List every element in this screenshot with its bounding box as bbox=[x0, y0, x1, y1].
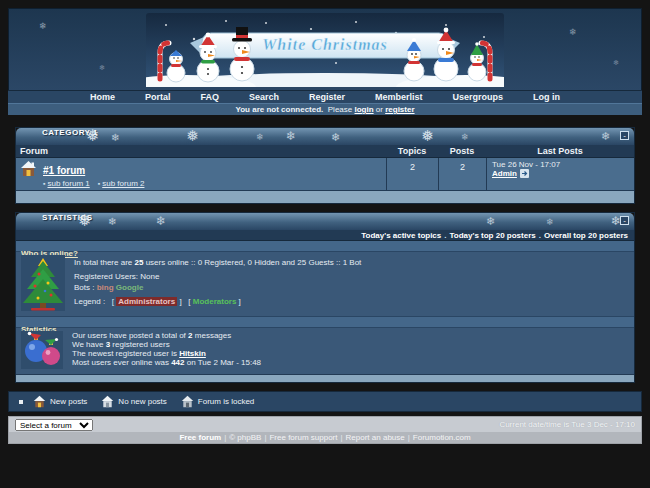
report-abuse-link[interactable]: Report an abuse bbox=[346, 433, 405, 442]
post-legend-band: New posts No new posts Forum is locked bbox=[8, 391, 642, 412]
statistics-title: Statistics bbox=[42, 214, 122, 222]
category-footer-strip bbox=[16, 190, 634, 203]
link-separator: . bbox=[539, 231, 541, 240]
footer: Select a forum Current date/time is Tue … bbox=[8, 416, 642, 444]
most-online-line: Most users ever online was 442 on Tue 2 … bbox=[72, 358, 261, 367]
page: ❄ ❄ ❄ ❄ bbox=[0, 0, 650, 488]
legend-forum-locked: Forum is locked bbox=[181, 395, 254, 408]
snowflake-icon: ❄ bbox=[286, 129, 296, 143]
statistics-header: Statistics ❅ ❄ ❄ ❄ ❄ ❄ - bbox=[16, 213, 634, 230]
category-title: Category 1 bbox=[42, 129, 102, 137]
nav-portal[interactable]: Portal bbox=[145, 92, 171, 102]
administrators-legend: Administrators bbox=[116, 297, 177, 306]
nav-login[interactable]: Log in bbox=[533, 92, 560, 102]
big-snowflake-icon: ❅ bbox=[186, 128, 199, 145]
snowflake-icon: ❄ bbox=[486, 215, 495, 228]
nav-search[interactable]: Search bbox=[249, 92, 279, 102]
statistics-box: Our users have posted a total of 2 messa… bbox=[16, 328, 634, 374]
status-text: You are not connected. bbox=[235, 105, 323, 114]
banner-title: White Christmas bbox=[262, 36, 388, 53]
phpbb-link[interactable]: © phpBB bbox=[229, 433, 261, 442]
snowflake-icon: ❄ bbox=[331, 131, 340, 144]
collapse-category-button[interactable]: - bbox=[620, 131, 629, 140]
category-panel: Category 1 ❅ ❄ ❅ ❄ ❄ ❄ ❅ ❄ ❄ - Forum Top… bbox=[15, 127, 635, 204]
todays-active-topics-link[interactable]: Today's active topics bbox=[361, 231, 441, 240]
last-post-date: Tue 26 Nov - 17:07 bbox=[492, 160, 629, 169]
statistics-top-links: Today's active topics.Today's top 20 pos… bbox=[16, 230, 634, 241]
last-post-author-link[interactable]: Admin bbox=[492, 169, 517, 178]
snowflake-icon: ❄ bbox=[569, 27, 577, 37]
online-total-line: In total there are 25 users online :: 0 … bbox=[74, 258, 361, 267]
connection-status-bar: You are not connected. Please login or r… bbox=[8, 103, 642, 115]
subforum-bullet-icon: ▪ bbox=[43, 180, 45, 187]
nav-faq[interactable]: FAQ bbox=[200, 92, 219, 102]
nav-register[interactable]: Register bbox=[309, 92, 345, 102]
christmas-tree-icon bbox=[21, 255, 65, 311]
registered-count-line: We have 3 registered users bbox=[72, 340, 261, 349]
latest-post-arrow-icon[interactable] bbox=[520, 169, 529, 178]
forum-support-link[interactable]: Free forum support bbox=[269, 433, 337, 442]
column-posts: Posts bbox=[438, 146, 486, 156]
nav-usergroups[interactable]: Usergroups bbox=[453, 92, 504, 102]
register-link[interactable]: register bbox=[385, 105, 414, 114]
bot-link[interactable]: bing bbox=[97, 283, 114, 292]
forum-row: #1 forum ▪sub forum 1 ▪sub forum 2 2 2 T… bbox=[16, 158, 634, 190]
status-or: or bbox=[376, 105, 383, 114]
christmas-banner-image: White Christmas bbox=[146, 13, 504, 87]
column-topics: Topics bbox=[386, 146, 438, 156]
column-forum: Forum bbox=[16, 144, 386, 158]
statistics-panel: Statistics ❅ ❄ ❄ ❄ ❄ ❄ - Today's active … bbox=[15, 212, 635, 383]
statistics-footer-strip bbox=[16, 374, 634, 382]
collapse-statistics-button[interactable]: - bbox=[620, 216, 629, 225]
forum-status-house-icon bbox=[20, 160, 37, 177]
forum-table-header: Forum Topics Posts Last Posts bbox=[16, 145, 634, 158]
newest-user-link[interactable]: Hitskin bbox=[179, 349, 206, 358]
login-link[interactable]: login bbox=[354, 105, 373, 114]
who-is-online-subheader: Who is online? bbox=[16, 241, 634, 252]
statistics-subheader: Statistics bbox=[16, 317, 634, 328]
subforum-1: ▪sub forum 1 bbox=[43, 179, 90, 188]
snowflake-icon: ❄ bbox=[99, 64, 105, 72]
legend-no-new-posts: No new posts bbox=[101, 395, 166, 408]
legend-bullet-icon bbox=[19, 400, 23, 404]
todays-top-posters-link[interactable]: Today's top 20 posters bbox=[450, 231, 536, 240]
category-header: Category 1 ❅ ❄ ❅ ❄ ❄ ❄ ❅ ❄ ❄ - bbox=[16, 128, 634, 145]
forum-locked-house-icon bbox=[181, 395, 194, 408]
free-forum-link[interactable]: Free forum bbox=[179, 433, 221, 442]
forum-link[interactable]: #1 forum bbox=[43, 165, 85, 176]
snowflake-icon: ❄ bbox=[461, 132, 469, 142]
subforum-2: ▪sub forum 2 bbox=[98, 179, 145, 188]
snowflake-icon: ❄ bbox=[111, 132, 119, 143]
bots-line: Bots : bing Google bbox=[74, 283, 361, 292]
snowflake-icon: ❄ bbox=[39, 21, 47, 31]
legend-line: Legend : [ Administrators ] [ Moderators… bbox=[74, 297, 361, 306]
banner-area: ❄ ❄ ❄ ❄ bbox=[8, 8, 642, 90]
forum-jump-select[interactable]: Select a forum bbox=[15, 419, 93, 431]
link-separator: . bbox=[444, 231, 446, 240]
bot-link[interactable]: Google bbox=[116, 283, 144, 292]
registered-users-line: Registered Users: None bbox=[74, 272, 361, 281]
nav-memberlist[interactable]: Memberlist bbox=[375, 92, 423, 102]
subforum-2-link[interactable]: sub forum 2 bbox=[102, 179, 144, 188]
status-please: Please bbox=[328, 105, 352, 114]
ornaments-icon bbox=[21, 331, 63, 369]
subforum-1-link[interactable]: sub forum 1 bbox=[47, 179, 89, 188]
posts-count: 2 bbox=[438, 158, 486, 190]
no-new-posts-house-icon bbox=[101, 395, 114, 408]
moderators-legend: Moderators bbox=[193, 297, 237, 306]
footer-links: Free forum|© phpBB|Free forum support|Re… bbox=[9, 432, 641, 443]
topics-count: 2 bbox=[386, 158, 438, 190]
column-last-posts: Last Posts bbox=[486, 144, 634, 158]
snowflake-icon: ❄ bbox=[601, 130, 610, 143]
total-messages-line: Our users have posted a total of 2 messa… bbox=[72, 331, 261, 340]
new-posts-house-icon bbox=[33, 395, 46, 408]
navbar: Home Portal FAQ Search Register Memberli… bbox=[8, 90, 642, 103]
legend-new-posts: New posts bbox=[33, 395, 87, 408]
overall-top-posters-link[interactable]: Overall top 20 posters bbox=[544, 231, 628, 240]
forumotion-link[interactable]: Forumotion.com bbox=[413, 433, 471, 442]
nav-home[interactable]: Home bbox=[90, 92, 115, 102]
snowflake-icon: ❄ bbox=[546, 217, 554, 227]
current-datetime: Current date/time is Tue 3 Dec - 17:10 bbox=[499, 420, 635, 429]
who-is-online-box: In total there are 25 users online :: 0 … bbox=[16, 252, 634, 317]
newest-user-line: The newest registered user is Hitskin bbox=[72, 349, 261, 358]
